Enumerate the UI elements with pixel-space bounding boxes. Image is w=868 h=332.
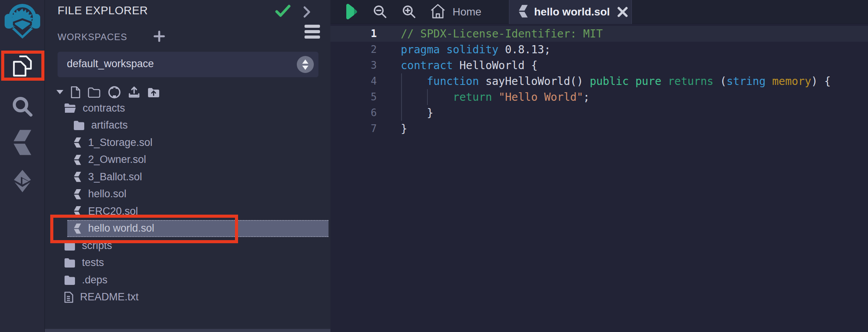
line-number: 3 — [330, 58, 401, 73]
tab-home-label: Home — [453, 6, 482, 18]
deploy-run-icon[interactable] — [0, 169, 44, 193]
line-number: 1 — [330, 26, 401, 42]
chevron-right-icon[interactable] — [303, 6, 311, 20]
solidity-compiler-icon[interactable] — [0, 130, 44, 155]
tree-item-tests[interactable]: tests — [45, 254, 331, 272]
workspaces-label: WORKSPACES — [58, 32, 127, 42]
file-tree: contractsartifacts1_Storage.sol2_Owner.s… — [45, 100, 331, 306]
tree-item--deps[interactable]: .deps — [45, 271, 331, 289]
code-line-text: contract HelloWorld { — [401, 58, 868, 73]
file-explorer-toolbar — [56, 85, 160, 100]
code-line-6: 6 } — [330, 105, 868, 121]
workspace-name: default_workspace — [67, 58, 154, 70]
zoom-in-icon[interactable] — [402, 5, 417, 21]
tree-item-label: tests — [82, 257, 104, 269]
search-icon[interactable] — [0, 96, 44, 117]
tree-item-artifacts[interactable]: artifacts — [45, 117, 331, 134]
line-number: 6 — [330, 105, 401, 121]
tree-item-3-ballot-sol[interactable]: 3_Ballot.sol — [45, 168, 331, 186]
code-line-text: } — [401, 121, 868, 137]
file-explorer-panel: FILE EXPLORER WORKSPACES default_workspa… — [44, 0, 330, 332]
tree-item-label: 3_Ballot.sol — [88, 171, 142, 183]
tree-item-2-owner-sol[interactable]: 2_Owner.sol — [45, 151, 331, 169]
solidity-file-icon — [518, 5, 528, 19]
solidity-icon — [73, 171, 82, 182]
line-number: 4 — [330, 73, 401, 89]
tree-item-label: README.txt — [80, 291, 139, 303]
solidity-icon — [73, 137, 82, 148]
workspace-select-arrows-icon — [297, 56, 314, 73]
folder-open-icon — [64, 103, 76, 113]
annotation-box-hello-world-file — [50, 215, 238, 243]
tree-item-label: hello.sol — [88, 188, 126, 200]
remix-logo-icon — [2, 1, 43, 39]
code-line-5: 5 return "Hello World"; — [330, 89, 868, 105]
code-line-3: 3contract HelloWorld { — [330, 58, 868, 73]
caret-down-icon[interactable] — [56, 90, 63, 95]
tree-item-label: 2_Owner.sol — [88, 154, 146, 166]
code-line-2: 2pragma solidity 0.8.13; — [330, 42, 868, 58]
tree-item-label: .deps — [82, 274, 107, 286]
indent-guide — [401, 73, 402, 121]
code-line-text: pragma solidity 0.8.13; — [401, 42, 868, 58]
indent-guide — [427, 89, 428, 105]
panel-scrollbar-track[interactable] — [45, 329, 331, 332]
tab-hello-world-sol[interactable]: hello world.sol — [509, 0, 632, 24]
solidity-icon — [73, 189, 82, 200]
upload-folder-icon[interactable] — [147, 87, 160, 98]
line-number: 7 — [330, 121, 401, 137]
code-line-1: 1// SPDX-License-Identifier: MIT — [330, 26, 868, 42]
new-folder-icon[interactable] — [88, 87, 100, 98]
remix-ide-window: FILE EXPLORER WORKSPACES default_workspa… — [0, 0, 868, 332]
tree-item-label: contracts — [83, 102, 125, 114]
github-icon[interactable] — [108, 86, 121, 99]
tab-active-label: hello world.sol — [534, 6, 610, 18]
folder-icon — [64, 275, 75, 285]
code-line-text: return "Hello World"; — [401, 89, 868, 105]
tab-home[interactable]: Home — [430, 0, 482, 24]
tree-item-readme-txt[interactable]: README.txt — [45, 289, 331, 306]
code-line-text: } — [401, 105, 868, 121]
tree-item-contracts[interactable]: contracts — [45, 100, 331, 117]
zoom-out-icon[interactable] — [373, 5, 388, 21]
home-icon — [430, 3, 446, 20]
workspace-select[interactable]: default_workspace — [58, 52, 318, 77]
new-file-icon[interactable] — [71, 86, 80, 98]
file-text-icon — [64, 291, 73, 303]
line-number: 2 — [330, 42, 401, 58]
solidity-icon — [73, 154, 82, 165]
folder-icon — [64, 258, 75, 268]
folder-icon — [73, 120, 85, 130]
line-number: 5 — [330, 89, 401, 105]
code-line-4: 4 function sayHelloWorld() public pure r… — [330, 73, 868, 89]
workspace-menu-icon[interactable] — [305, 25, 320, 41]
tree-item-label: artifacts — [91, 119, 128, 131]
panel-title: FILE EXPLORER — [58, 4, 148, 17]
annotation-box-file-explorer — [1, 51, 44, 81]
close-tab-icon[interactable] — [617, 6, 628, 18]
code-line-7: 7} — [330, 121, 868, 137]
code-editor[interactable]: 1// SPDX-License-Identifier: MIT2pragma … — [330, 24, 868, 332]
tree-item-hello-sol[interactable]: hello.sol — [45, 186, 331, 203]
upload-file-icon[interactable] — [128, 86, 140, 98]
tree-item-1-storage-sol[interactable]: 1_Storage.sol — [45, 134, 331, 151]
activity-bar — [0, 0, 44, 332]
editor-area: Home hello world.sol — [330, 0, 868, 332]
code-line-text: function sayHelloWorld() public pure ret… — [401, 73, 868, 89]
code-line-text: // SPDX-License-Identifier: MIT — [401, 26, 868, 42]
add-workspace-icon[interactable] — [153, 30, 165, 44]
tree-item-label: 1_Storage.sol — [88, 137, 153, 149]
editor-tab-bar: Home hello world.sol — [330, 0, 868, 24]
check-icon[interactable] — [275, 5, 291, 19]
run-script-icon[interactable] — [344, 3, 358, 21]
